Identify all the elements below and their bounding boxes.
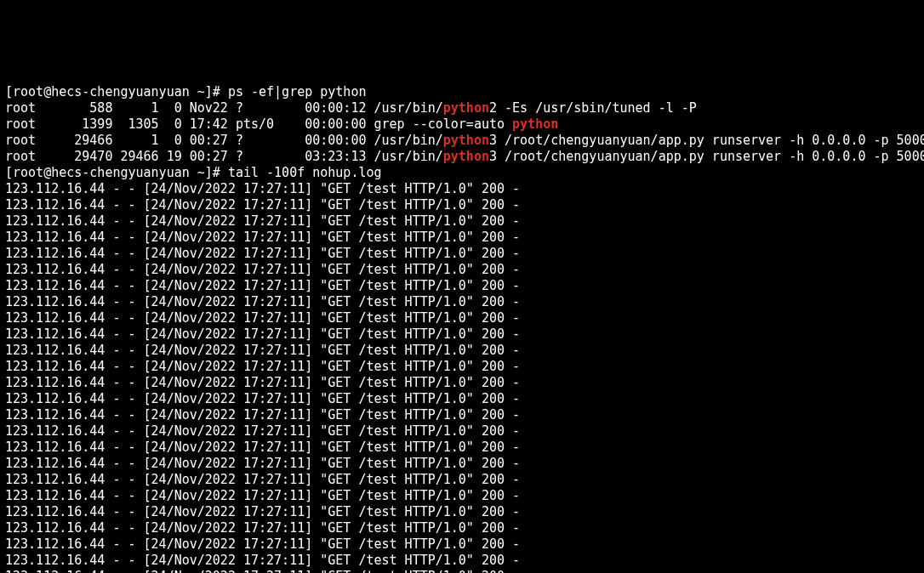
log-line: 123.112.16.44 - - [24/Nov/2022 17:27:11]… [5,181,919,197]
log-line: 123.112.16.44 - - [24/Nov/2022 17:27:11]… [5,488,919,504]
log-line: 123.112.16.44 - - [24/Nov/2022 17:27:11]… [5,359,919,375]
log-line: 123.112.16.44 - - [24/Nov/2022 17:27:11]… [5,326,919,343]
ps-row: root 1399 1305 0 17:42 pts/0 00:00:00 gr… [5,116,919,133]
ps-row: root 29470 29466 19 00:27 ? 03:23:13 /us… [5,149,919,165]
log-line: 123.112.16.44 - - [24/Nov/2022 17:27:11]… [5,407,919,423]
log-line: 123.112.16.44 - - [24/Nov/2022 17:27:11]… [5,504,919,520]
log-line: 123.112.16.44 - - [24/Nov/2022 17:27:11]… [5,440,919,456]
log-line: 123.112.16.44 - - [24/Nov/2022 17:27:11]… [5,520,919,536]
terminal-output[interactable]: [root@hecs-chengyuanyuan ~]# ps -ef|grep… [0,81,924,573]
prompt-line: [root@hecs-chengyuanyuan ~]# tail -100f … [5,165,919,181]
grep-highlight: python [512,116,558,132]
log-line: 123.112.16.44 - - [24/Nov/2022 17:27:11]… [5,262,919,278]
log-line: 123.112.16.44 - - [24/Nov/2022 17:27:11]… [5,294,919,310]
ps-row: root 29466 1 0 00:27 ? 00:00:00 /usr/bin… [5,133,919,149]
grep-highlight: python [443,149,489,164]
log-line: 123.112.16.44 - - [24/Nov/2022 17:27:11]… [5,472,919,488]
log-line: 123.112.16.44 - - [24/Nov/2022 17:27:11]… [5,536,919,553]
log-line: 123.112.16.44 - - [24/Nov/2022 17:27:11]… [5,423,919,440]
ps-row: root 588 1 0 Nov22 ? 00:00:12 /usr/bin/p… [5,100,919,116]
log-line: 123.112.16.44 - - [24/Nov/2022 17:27:11]… [5,197,919,213]
grep-highlight: python [443,133,489,148]
log-line: 123.112.16.44 - - [24/Nov/2022 17:27:11]… [5,213,919,230]
log-line: 123.112.16.44 - - [24/Nov/2022 17:27:11]… [5,569,919,573]
log-line: 123.112.16.44 - - [24/Nov/2022 17:27:11]… [5,310,919,326]
prompt-line: [root@hecs-chengyuanyuan ~]# ps -ef|grep… [5,84,919,100]
log-line: 123.112.16.44 - - [24/Nov/2022 17:27:11]… [5,230,919,246]
log-line: 123.112.16.44 - - [24/Nov/2022 17:27:11]… [5,391,919,407]
log-line: 123.112.16.44 - - [24/Nov/2022 17:27:11]… [5,456,919,472]
log-line: 123.112.16.44 - - [24/Nov/2022 17:27:11]… [5,375,919,391]
log-line: 123.112.16.44 - - [24/Nov/2022 17:27:11]… [5,343,919,359]
log-line: 123.112.16.44 - - [24/Nov/2022 17:27:11]… [5,278,919,294]
log-line: 123.112.16.44 - - [24/Nov/2022 17:27:11]… [5,553,919,569]
grep-highlight: python [443,100,489,116]
log-line: 123.112.16.44 - - [24/Nov/2022 17:27:11]… [5,246,919,262]
